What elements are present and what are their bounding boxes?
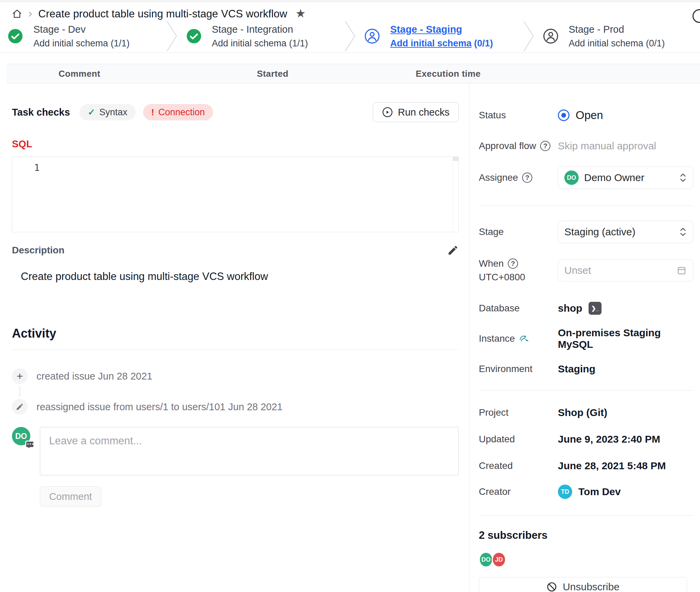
star-icon[interactable]: ★ — [295, 6, 306, 20]
check-badge-syntax[interactable]: ✓ Syntax — [79, 104, 135, 120]
help-icon[interactable]: ? — [540, 141, 550, 151]
comment-input[interactable] — [40, 427, 459, 475]
assignee-select[interactable]: DO Demo Owner — [558, 166, 693, 189]
person-circle-icon — [543, 28, 559, 44]
avatar[interactable]: DO — [479, 552, 493, 567]
database-value[interactable]: shop — [558, 302, 582, 314]
editor-line-number: 1 — [34, 162, 40, 173]
pencil-icon — [12, 399, 28, 415]
mysql-dolphin-icon — [519, 334, 529, 344]
approval-flow-row: Approval flow? Skip manual approval — [479, 139, 693, 153]
stage-title: Stage - Integration — [212, 24, 308, 35]
created-row: Created June 28, 2021 5:48 PM — [479, 459, 693, 473]
sidebar-divider — [479, 390, 693, 390]
stage-item-staging[interactable]: Stage - Staging Add initial schema (0/1) — [357, 24, 522, 49]
play-circle-icon — [382, 107, 393, 118]
check-fail-icon: ! — [151, 107, 154, 118]
avatar: DO — [12, 427, 30, 445]
column-header-comment: Comment — [59, 69, 101, 79]
instance-value[interactable]: On-premises Staging MySQL — [558, 327, 693, 350]
check-circle-icon — [7, 28, 23, 44]
environment-row: Environment Staging — [479, 362, 693, 376]
run-checks-button[interactable]: Run checks — [373, 102, 459, 122]
activity-connector — [19, 386, 20, 397]
stage-title[interactable]: Stage - Staging — [390, 24, 493, 35]
approval-flow-label: Approval flow — [479, 140, 536, 151]
creator-row: Creator TD Tom Dev — [479, 485, 693, 499]
editor-scrollbar[interactable] — [453, 157, 458, 232]
help-icon[interactable]: ? — [508, 258, 518, 269]
when-datepicker[interactable]: Unset — [558, 260, 693, 281]
activity-date: Jun 28 2021 — [98, 371, 153, 382]
help-icon[interactable]: ? — [522, 173, 532, 183]
edit-pencil-icon[interactable] — [447, 245, 459, 256]
breadcrumb-chevron-icon: › — [28, 8, 32, 18]
stage-task[interactable]: Add initial schema — [212, 38, 287, 48]
comment-composer: DO — [12, 427, 459, 475]
when-row: When? UTC+0800 Unset — [479, 258, 693, 283]
database-label: Database — [479, 303, 558, 314]
activity-item: reassigned issue from users/1 to users/1… — [12, 399, 459, 415]
issue-sidebar: Status Open Approval flow? Skip manual a… — [469, 84, 700, 592]
stage-task[interactable]: Add initial schema — [33, 38, 108, 48]
stage-task[interactable]: Add initial schema — [569, 38, 643, 48]
creator-value[interactable]: Tom Dev — [578, 486, 621, 498]
activity-item: + created issue Jun 28 2021 — [12, 368, 459, 384]
sql-editor[interactable]: 1 — [12, 157, 459, 232]
environment-label: Environment — [479, 364, 558, 374]
status-label: Status — [479, 110, 558, 121]
updated-label: Updated — [479, 434, 558, 445]
when-label: When — [479, 258, 504, 269]
activity-text: created issue — [36, 371, 95, 382]
description-label: Description — [12, 245, 64, 256]
stage-task-count: (0/1) — [646, 38, 665, 48]
instance-row: Instance On-premises Staging MySQL — [479, 327, 693, 350]
activity-divider — [12, 350, 459, 350]
avatar: TD — [558, 485, 572, 499]
avatar: DO — [564, 171, 579, 185]
check-badge-connection[interactable]: ! Connection — [143, 104, 213, 120]
page-title: Create product table using multi-stage V… — [38, 8, 287, 20]
column-header-started: Started — [257, 69, 288, 79]
home-icon[interactable] — [12, 9, 22, 19]
stage-item-prod[interactable]: Stage - Prod Add initial schema (0/1) — [535, 24, 700, 49]
project-value[interactable]: Shop (Git) — [558, 407, 693, 418]
stage-separator — [522, 20, 535, 52]
stage-select[interactable]: Staging (active) — [558, 221, 693, 243]
main-panel: Task checks ✓ Syntax ! Connection Run ch… — [0, 84, 469, 592]
status-row: Status Open — [479, 108, 693, 122]
database-row: Database shop ❯_ — [479, 301, 693, 315]
breadcrumb: › Create product table using multi-stage… — [0, 2, 700, 20]
ban-icon — [546, 581, 557, 592]
unsubscribe-button[interactable]: Unsubscribe — [479, 577, 687, 592]
instance-label: Instance — [479, 333, 515, 344]
stage-title: Stage - Prod — [569, 24, 665, 35]
assignee-label: Assignee — [479, 172, 518, 183]
task-table-header: Comment Started Execution time — [7, 64, 700, 84]
project-label: Project — [479, 407, 558, 418]
stage-value: Staging (active) — [564, 226, 674, 238]
task-checks-label: Task checks — [12, 107, 70, 118]
environment-value[interactable]: Staging — [558, 363, 693, 375]
avatar[interactable]: JD — [492, 552, 506, 567]
calendar-icon — [676, 265, 687, 276]
stage-item-dev[interactable]: Stage - Dev Add initial schema (1/1) — [0, 24, 165, 49]
assignee-row: Assignee? DO Demo Owner — [479, 166, 693, 189]
sql-console-icon[interactable]: ❯_ — [589, 302, 602, 315]
updated-row: Updated June 9, 2023 2:40 PM — [479, 432, 693, 446]
column-header-execution-time: Execution time — [416, 69, 481, 79]
subscribers-heading: 2 subscribers — [479, 529, 693, 542]
creator-label: Creator — [479, 486, 558, 497]
stage-task[interactable]: Add initial schema — [390, 38, 472, 48]
chevron-up-down-icon — [679, 227, 687, 237]
status-radio-icon[interactable] — [558, 109, 569, 121]
person-circle-icon — [364, 28, 380, 44]
comment-bubble-icon — [25, 441, 34, 448]
plus-icon: + — [12, 368, 28, 384]
stage-separator — [343, 20, 357, 52]
assignee-value: Demo Owner — [584, 172, 674, 183]
approval-flow-value: Skip manual approval — [558, 140, 693, 152]
comment-button[interactable]: Comment — [40, 486, 101, 507]
stage-item-integration[interactable]: Stage - Integration Add initial schema (… — [179, 24, 344, 49]
stage-label: Stage — [479, 226, 558, 237]
